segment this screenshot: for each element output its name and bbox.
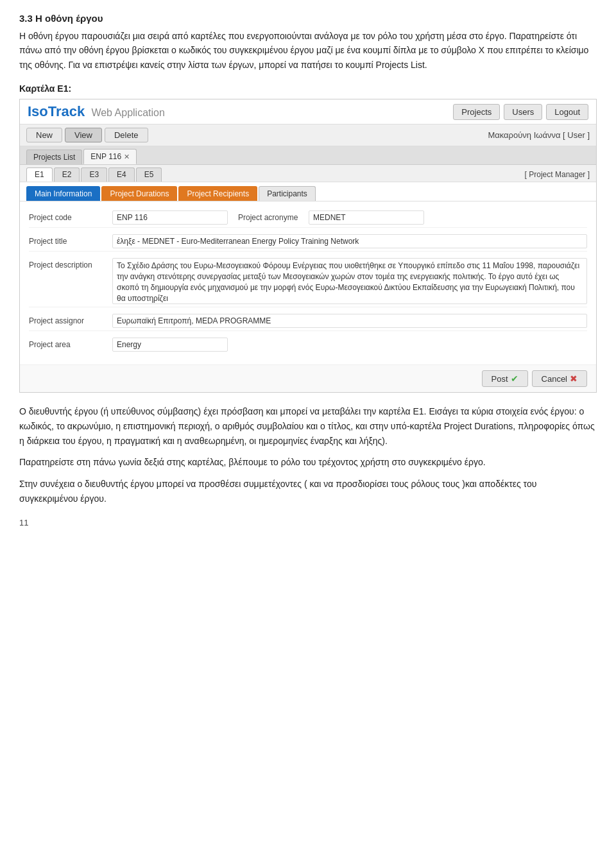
- users-nav-button[interactable]: Users: [504, 104, 542, 120]
- subtabs-left: E1 E2 E3 E4 E5: [26, 167, 162, 182]
- logo-isotrack: IsoTrack: [28, 103, 85, 119]
- subtab-e1[interactable]: E1: [26, 167, 53, 182]
- subtabs-bar: E1 E2 E3 E4 E5 [ Project Manager ]: [20, 165, 596, 182]
- logo-subtitle: Web Application: [91, 107, 164, 118]
- tab-enp116-label: ENP 116: [90, 152, 121, 161]
- content-tabs: Main Information Project Durations Proje…: [20, 182, 596, 201]
- subtab-e2[interactable]: E2: [54, 167, 80, 182]
- cancel-label: Cancel: [542, 374, 567, 384]
- section-heading: 3.3 Η οθόνη έργου: [19, 13, 597, 24]
- form-row-code: Project code ENP 116 Project acronyme ME…: [29, 208, 587, 228]
- form-row-title: Project title έληξε - MEDNET - Euro-Medi…: [29, 232, 587, 252]
- app-logo: IsoTrack Web Application: [28, 103, 165, 120]
- subtab-e4[interactable]: E4: [108, 167, 135, 182]
- toolbar-left: New View Delete: [26, 128, 148, 142]
- app-topbar: IsoTrack Web Application Projects Users …: [20, 99, 596, 124]
- tab-projects-list[interactable]: Projects List: [26, 150, 82, 164]
- tab-enp116[interactable]: ENP 116 ✕: [83, 149, 137, 164]
- toolbar: New View Delete Μακαρούνη Ιωάννα [ User …: [20, 124, 596, 146]
- tab-close-icon[interactable]: ✕: [124, 153, 130, 161]
- subtab-e5[interactable]: E5: [136, 167, 162, 182]
- projects-nav-button[interactable]: Projects: [453, 104, 500, 120]
- view-button[interactable]: View: [65, 128, 102, 142]
- subtab-e3[interactable]: E3: [81, 167, 107, 182]
- form-row-assignor: Project assignor Ευρωπαϊκή Επιτροπή, MED…: [29, 311, 587, 331]
- topbar-buttons: Projects Users Logout: [453, 104, 588, 120]
- value-project-description[interactable]: Το Σχέδιο Δράσης του Ευρω-Μεσογειακού Φό…: [112, 258, 587, 304]
- ctab-project-durations[interactable]: Project Durations: [101, 186, 177, 201]
- form-area: Project code ENP 116 Project acronyme ME…: [20, 201, 596, 364]
- intro-text: Η οθόνη έργου παρουσιάζει μια σειρά από …: [19, 29, 597, 72]
- bottom-para-3: Στην συνέχεια ο διευθυντής έργου μπορεί …: [19, 477, 597, 506]
- value-project-assignor[interactable]: Ευρωπαϊκή Επιτροπή, MEDA PROGRAMME: [112, 314, 587, 328]
- form-row-description: Project description Το Σχέδιο Δράσης του…: [29, 255, 587, 307]
- tabs-bar: Projects List ENP 116 ✕: [20, 146, 596, 165]
- project-role-badge: [ Project Manager ]: [525, 170, 590, 182]
- value-project-title[interactable]: έληξε - MEDNET - Euro-Mediterranean Ener…: [112, 234, 587, 248]
- form-row-area: Project area Energy: [29, 335, 587, 354]
- logout-nav-button[interactable]: Logout: [546, 104, 588, 120]
- bottom-para-2: Παρατηρείστε στη πάνω γωνία δεξιά στης κ…: [19, 455, 597, 470]
- post-check-icon: ✔: [511, 373, 518, 384]
- tab-projects-list-label: Projects List: [33, 153, 75, 162]
- ctab-project-recipients[interactable]: Project Recipients: [178, 186, 257, 201]
- post-label: Post: [492, 374, 508, 384]
- bottom-para-1: Ο διευθυντής έργου (ή υπεύθυνος σύμβασης…: [19, 404, 597, 449]
- label-project-assignor: Project assignor: [29, 314, 112, 325]
- app-frame: IsoTrack Web Application Projects Users …: [19, 99, 597, 393]
- ctab-participants[interactable]: Participants: [259, 186, 316, 201]
- bottom-text: Ο διευθυντής έργου (ή υπεύθυνος σύμβασης…: [19, 404, 597, 506]
- cancel-button[interactable]: Cancel ✖: [532, 370, 587, 387]
- delete-button[interactable]: Delete: [105, 128, 148, 142]
- label-project-code: Project code: [29, 210, 112, 222]
- user-info: Μακαρούνη Ιωάννα [ User ]: [488, 130, 590, 140]
- value-project-area[interactable]: Energy: [112, 338, 228, 352]
- value-project-acronyme[interactable]: MEDNET: [309, 210, 424, 225]
- form-footer: Post ✔ Cancel ✖: [20, 364, 596, 392]
- ctab-main-information[interactable]: Main Information: [26, 186, 100, 201]
- post-button[interactable]: Post ✔: [482, 370, 528, 387]
- new-button[interactable]: New: [26, 128, 62, 142]
- page-number: 11: [19, 518, 597, 527]
- label-project-acronyme: Project acronyme: [238, 210, 309, 222]
- kartela-label: Καρτέλα Ε1:: [19, 83, 597, 94]
- label-project-area: Project area: [29, 338, 112, 349]
- label-project-description: Project description: [29, 258, 112, 270]
- value-project-code[interactable]: ENP 116: [112, 210, 228, 225]
- cancel-x-icon: ✖: [570, 373, 578, 384]
- label-project-title: Project title: [29, 234, 112, 246]
